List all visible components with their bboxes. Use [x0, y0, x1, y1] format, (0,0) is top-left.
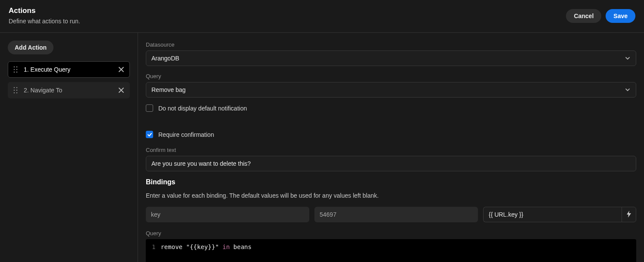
- body: Add Action 1. Execute Query 2. Navigate …: [0, 33, 644, 262]
- binding-bolt-button[interactable]: [622, 207, 636, 222]
- svg-point-11: [16, 92, 18, 94]
- chevron-down-icon: [625, 87, 631, 93]
- datasource-select[interactable]: ArangoDB: [146, 51, 636, 66]
- datasource-label: Datasource: [146, 41, 636, 48]
- header-right: Cancel Save: [566, 6, 635, 23]
- binding-default-field: [314, 207, 478, 222]
- query-code-block[interactable]: 1remove "{{key}}" in beans: [146, 239, 636, 262]
- bindings-title: Bindings: [146, 178, 636, 186]
- svg-point-10: [14, 92, 15, 94]
- binding-row: [146, 207, 636, 222]
- cancel-button[interactable]: Cancel: [566, 9, 601, 23]
- chevron-down-icon: [625, 55, 631, 61]
- add-action-button[interactable]: Add Action: [8, 41, 53, 54]
- datasource-value: ArangoDB: [151, 55, 179, 62]
- lightning-icon: [626, 211, 631, 219]
- remove-action-icon[interactable]: [118, 87, 124, 93]
- binding-value-wrap: [483, 207, 636, 222]
- binding-name-field: [146, 207, 309, 222]
- action-item-navigate-to[interactable]: 2. Navigate To: [8, 82, 130, 98]
- action-item-execute-query[interactable]: 1. Execute Query: [8, 61, 130, 78]
- query-value: Remove bag: [151, 86, 185, 93]
- svg-point-4: [14, 72, 15, 73]
- confirm-text-label: Confirm text: [146, 147, 636, 153]
- query-select[interactable]: Remove bag: [146, 82, 636, 98]
- notification-checkbox-row: Do not display default notification: [146, 104, 636, 112]
- actions-sidebar: Add Action 1. Execute Query 2. Navigate …: [0, 33, 138, 262]
- page-title: Actions: [9, 6, 80, 15]
- binding-value-input[interactable]: [483, 207, 622, 222]
- confirm-checkbox-row: Require confirmation: [146, 131, 636, 138]
- query-code-label: Query: [146, 230, 636, 237]
- svg-point-6: [14, 87, 15, 88]
- notification-checkbox[interactable]: [146, 104, 153, 112]
- action-settings-panel: Datasource ArangoDB Query Remove bag Do …: [138, 33, 644, 262]
- confirm-checkbox[interactable]: [146, 131, 153, 138]
- header-left: Actions Define what actions to run.: [9, 6, 80, 25]
- page-header: Actions Define what actions to run. Canc…: [0, 0, 644, 33]
- remove-action-icon[interactable]: [118, 66, 124, 73]
- action-item-label: 1. Execute Query: [24, 66, 118, 73]
- line-number: 1: [152, 243, 155, 250]
- svg-point-9: [16, 90, 18, 91]
- drag-handle-icon[interactable]: [13, 87, 18, 94]
- svg-point-3: [16, 69, 18, 70]
- notification-checkbox-label: Do not display default notification: [158, 105, 247, 112]
- svg-point-7: [16, 87, 18, 88]
- query-label: Query: [146, 73, 636, 79]
- svg-point-1: [16, 66, 18, 68]
- svg-point-0: [14, 66, 15, 68]
- action-item-label: 2. Navigate To: [24, 87, 118, 94]
- confirm-text-input[interactable]: [146, 156, 636, 171]
- svg-point-5: [16, 72, 18, 73]
- svg-point-8: [14, 90, 15, 91]
- bindings-description: Enter a value for each binding. The defa…: [146, 192, 636, 199]
- svg-point-2: [14, 69, 15, 70]
- page-subtitle: Define what actions to run.: [9, 18, 80, 25]
- save-button[interactable]: Save: [606, 9, 635, 23]
- confirm-checkbox-label: Require confirmation: [158, 131, 214, 138]
- drag-handle-icon[interactable]: [13, 66, 18, 73]
